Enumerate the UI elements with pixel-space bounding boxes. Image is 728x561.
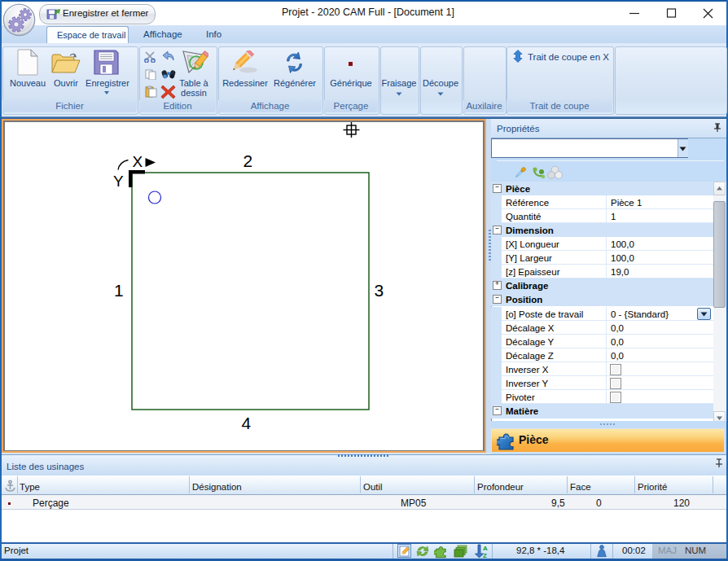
svg-text:A: A bbox=[483, 545, 488, 552]
svg-text:3: 3 bbox=[375, 281, 384, 300]
svg-text:4: 4 bbox=[242, 414, 252, 432]
svg-text:1: 1 bbox=[114, 281, 124, 300]
svg-text:Z: Z bbox=[483, 552, 487, 559]
svg-text:Y: Y bbox=[113, 173, 124, 190]
svg-text:X: X bbox=[133, 153, 143, 170]
svg-text:2: 2 bbox=[243, 151, 253, 170]
